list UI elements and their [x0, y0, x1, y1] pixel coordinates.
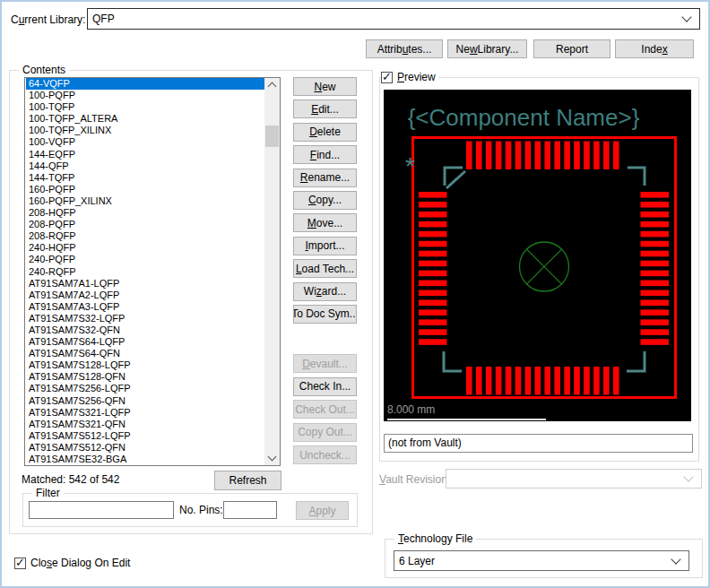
list-item[interactable]: 240-HQFP — [26, 242, 264, 254]
technology-file-combobox[interactable]: 6 Layer — [394, 550, 689, 571]
vault-actions-column: Devault...Check In...Check Out...Copy Ou… — [293, 354, 357, 464]
contents-listbox[interactable]: 64-VQFP100-PQFP100-TQFP100-TQFP_ALTERA10… — [24, 77, 281, 466]
pad — [593, 367, 600, 395]
rename-button[interactable]: Rename... — [293, 169, 357, 187]
chevron-down-icon[interactable] — [681, 12, 691, 22]
pad — [506, 367, 512, 395]
corner-bracket-bottom-right — [627, 351, 645, 371]
pad — [419, 309, 447, 316]
list-item[interactable]: AT91SAM7S64-QFN — [26, 348, 264, 359]
new-button[interactable]: New — [293, 77, 357, 96]
import-button[interactable]: Import... — [293, 237, 357, 255]
list-item[interactable]: AT91SAM7S321-QFN — [26, 419, 264, 430]
no-pins-input[interactable] — [223, 501, 277, 519]
list-item[interactable]: 208-RQFP — [26, 230, 264, 242]
list-item[interactable]: 208-PQFP — [26, 219, 264, 230]
pin1-chamfer-line — [446, 171, 465, 188]
pad — [419, 241, 447, 247]
index-button[interactable]: Index — [615, 39, 694, 58]
scale-label: 8.000 mm — [387, 403, 435, 416]
contents-scrollbar[interactable] — [264, 78, 280, 465]
move-button[interactable]: Move... — [293, 213, 357, 232]
refresh-button[interactable]: Refresh — [214, 471, 281, 490]
pad — [515, 142, 522, 170]
list-item[interactable]: AT91SAM7S32-QFN — [26, 324, 264, 336]
to-doc-sym-button[interactable]: To Doc Sym... — [293, 305, 357, 324]
pad — [419, 221, 447, 228]
list-item[interactable]: AT91SAM7S128-LQFP — [26, 359, 264, 371]
list-item[interactable]: 160-PQFP_XILINX — [26, 195, 264, 207]
pad — [419, 319, 447, 325]
list-item[interactable]: 160-PQFP — [26, 184, 264, 195]
matched-count-label: Matched: 542 of 542 — [22, 473, 119, 486]
list-item[interactable]: 240-RQFP — [26, 266, 264, 278]
vault-revision-label: Vault Revision: — [379, 473, 450, 486]
copy-out-button: Copy Out... — [293, 423, 357, 442]
list-item[interactable]: 100-TQFP — [26, 101, 264, 113]
origin-marker-icon — [520, 242, 569, 291]
scroll-up-button[interactable] — [264, 78, 280, 92]
wizard-button[interactable]: Wizard... — [293, 282, 357, 301]
technology-file-value: 6 Layer — [399, 555, 672, 567]
checkbox-box[interactable] — [14, 558, 26, 569]
list-item[interactable]: AT91SAM7SE32-BGA — [26, 454, 264, 465]
apply-button: Apply — [296, 501, 349, 520]
scrollbar-thumb[interactable] — [265, 125, 279, 147]
current-library-combobox[interactable]: QFP — [87, 8, 700, 30]
chevron-down-icon[interactable] — [671, 554, 680, 564]
list-item[interactable]: AT91SAM7S256-QFN — [26, 395, 264, 407]
list-item[interactable]: AT91SAM7S32-LQFP — [26, 313, 264, 324]
copy-button[interactable]: Copy... — [293, 191, 357, 210]
report-button[interactable]: Report — [533, 39, 610, 58]
list-item[interactable]: AT91SAM7A3-LQFP — [26, 301, 264, 313]
list-item[interactable]: 100-TQFP_XILINX — [26, 125, 264, 136]
pin1-asterisk-marker: * — [405, 152, 415, 180]
list-item[interactable]: 240-PQFP — [26, 254, 264, 265]
pad — [641, 281, 670, 287]
pad — [574, 142, 580, 170]
checkbox-box[interactable] — [381, 72, 393, 83]
pad — [419, 192, 447, 198]
list-item[interactable]: AT91SAM7S256-LQFP — [26, 383, 264, 394]
list-item[interactable]: AT91SAM7A2-LQFP — [26, 290, 264, 301]
list-item[interactable]: 64-VQFP — [26, 78, 264, 90]
list-item[interactable]: AT91SAM7A1-LQFP — [26, 278, 264, 290]
pad — [544, 142, 550, 170]
preview-checkbox[interactable]: Preview — [381, 71, 438, 83]
pad — [419, 299, 447, 306]
pad — [466, 142, 472, 170]
list-item[interactable]: AT91SAM7S321-LQFP — [26, 407, 264, 419]
pad — [584, 142, 590, 170]
corner-bracket-bottom-left — [444, 351, 462, 371]
edit-button[interactable]: Edit... — [293, 99, 357, 118]
close-dialog-on-edit-checkbox[interactable]: Close Dialog On Edit — [14, 557, 133, 569]
list-item[interactable]: AT91SAM7S128-QFN — [26, 371, 264, 383]
attributes-button[interactable]: Attributes... — [366, 39, 443, 58]
find-button[interactable]: Find... — [293, 145, 357, 164]
list-item[interactable]: 100-VQFP — [26, 136, 264, 148]
list-item[interactable]: 100-TQFP_ALTERA — [26, 113, 264, 125]
pad — [544, 367, 550, 395]
pad — [641, 231, 670, 238]
pad — [466, 367, 472, 395]
pad — [641, 221, 670, 228]
list-item[interactable]: AT91SAM7S64-LQFP — [26, 336, 264, 348]
pad — [535, 367, 541, 395]
list-item[interactable]: 144-EQFP — [26, 149, 264, 160]
check-in-button[interactable]: Check In... — [293, 377, 357, 396]
pad — [419, 339, 447, 345]
pad — [486, 367, 492, 395]
pad — [593, 142, 600, 170]
list-item[interactable]: 144-QFP — [26, 160, 264, 172]
list-item[interactable]: AT91SAM7S512-QFN — [26, 442, 264, 454]
filter-text-input[interactable] — [29, 501, 174, 519]
list-item[interactable]: 100-PQFP — [26, 90, 264, 101]
new-library-button[interactable]: New Library... — [447, 39, 527, 58]
list-item[interactable]: AT91SAM7S512-LQFP — [26, 430, 264, 442]
pad — [419, 231, 447, 238]
load-tech-button[interactable]: Load Tech... — [293, 259, 357, 278]
list-item[interactable]: 144-TQFP — [26, 172, 264, 184]
list-item[interactable]: 208-HQFP — [26, 207, 264, 219]
delete-button[interactable]: Delete — [293, 123, 357, 142]
scroll-down-button[interactable] — [264, 451, 280, 465]
